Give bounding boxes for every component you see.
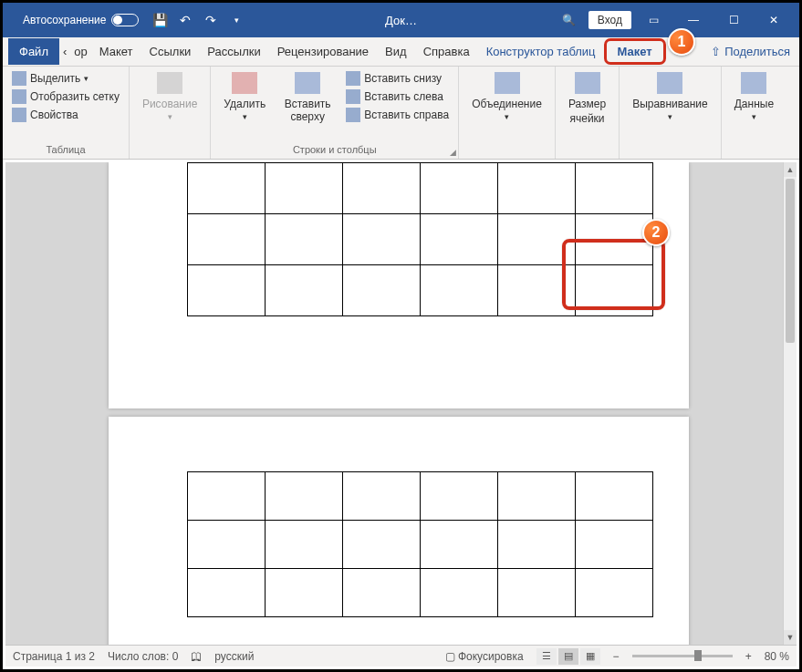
tab-layout-active[interactable]: Макет [604, 38, 666, 65]
maximize-icon[interactable]: ☐ [715, 7, 752, 33]
tab-nav-prev[interactable]: ‹ [59, 39, 70, 64]
read-mode-icon[interactable]: ☰ [536, 648, 557, 665]
dialog-launcher-icon[interactable]: ◢ [450, 148, 456, 157]
ribbon-options-icon[interactable]: ▭ [635, 7, 672, 33]
insert-below-button[interactable]: Вставить снизу [344, 70, 451, 87]
status-bar: Страница 1 из 2 Число слов: 0 🕮 русский … [5, 645, 797, 667]
group-merge: Объединение ▾ [459, 67, 556, 159]
select-button[interactable]: Выделить▾ [10, 70, 121, 87]
page-1[interactable] [109, 162, 689, 408]
insert-right-button[interactable]: Вставить справа [344, 107, 451, 123]
callout-1: 1 [668, 28, 695, 56]
share-button[interactable]: ⇧ Поделиться [702, 39, 799, 64]
data-icon [741, 72, 766, 94]
properties-label: Свойства [30, 109, 78, 121]
delete-label: Удалить [224, 98, 266, 110]
autosave-label: Автосохранение [23, 14, 106, 26]
callout-2: 2 [642, 219, 670, 246]
data-button[interactable]: Данные ▾ [729, 70, 779, 123]
group-draw-label [137, 142, 203, 157]
ribbon: Выделить▾ Отобразить сетку Свойства Табл… [3, 67, 799, 160]
cell-size-label2: ячейки [569, 112, 604, 125]
web-layout-icon[interactable]: ▦ [580, 648, 600, 665]
tab-mailings[interactable]: Рассылки [199, 39, 268, 64]
tab-truncated[interactable]: ор [70, 39, 90, 64]
redo-icon[interactable]: ↷ [203, 12, 219, 28]
zoom-out-button[interactable]: − [613, 650, 620, 663]
group-draw: Рисование ▾ [130, 67, 211, 159]
scroll-thumb[interactable] [786, 179, 795, 343]
undo-icon[interactable]: ↶ [177, 12, 193, 28]
page-indicator[interactable]: Страница 1 из 2 [13, 650, 95, 663]
tab-file[interactable]: Файл [8, 38, 59, 65]
grid-icon [12, 89, 26, 104]
share-label: Поделиться [724, 45, 790, 58]
select-label: Выделить [30, 72, 80, 85]
word-count[interactable]: Число слов: 0 [108, 650, 178, 663]
insert-left-icon [346, 89, 360, 104]
document-title: Док… [385, 14, 417, 27]
insert-above-icon [295, 72, 320, 94]
cell-size-icon [575, 72, 600, 94]
toggle-switch-icon[interactable] [111, 14, 139, 26]
group-rows-cols-label: Строки и столбцы [218, 142, 451, 157]
page-2[interactable] [109, 417, 689, 645]
delete-button[interactable]: Удалить ▾ [218, 70, 271, 123]
zoom-level[interactable]: 80 % [765, 650, 789, 663]
language-indicator[interactable]: русский [214, 650, 254, 663]
tab-view[interactable]: Вид [377, 39, 415, 64]
draw-button: Рисование ▾ [137, 70, 203, 123]
insert-above-label: Вставить сверху [282, 98, 333, 123]
close-icon[interactable]: ✕ [755, 7, 792, 33]
properties-button[interactable]: Свойства [10, 107, 121, 123]
merge-icon [495, 72, 520, 94]
vertical-scrollbar[interactable]: ▲ ▼ [783, 162, 797, 645]
selected-cell-highlight [562, 239, 665, 310]
group-table-label: Таблица [10, 142, 121, 157]
focus-label: Фокусировка [458, 650, 524, 663]
group-table: Выделить▾ Отобразить сетку Свойства Табл… [3, 67, 130, 159]
merge-button[interactable]: Объединение ▾ [466, 70, 547, 123]
qat-dropdown-icon[interactable]: ▾ [228, 12, 245, 28]
draw-label: Рисование [142, 98, 197, 110]
spellcheck-icon[interactable]: 🕮 [191, 650, 202, 663]
group-alignment: Выравнивание ▾ [620, 67, 722, 159]
save-icon[interactable]: 💾 [151, 12, 168, 28]
group-cell-size-label [563, 142, 611, 157]
search-icon[interactable]: 🔍 [554, 14, 585, 26]
insert-above-button[interactable]: Вставить сверху [276, 70, 339, 125]
show-grid-button[interactable]: Отобразить сетку [10, 88, 121, 105]
focus-mode[interactable]: ▢ Фокусировка [445, 650, 524, 663]
insert-right-label: Вставить справа [364, 109, 449, 121]
alignment-icon [657, 72, 682, 94]
zoom-in-button[interactable]: + [745, 650, 752, 663]
tab-links[interactable]: Ссылки [141, 39, 200, 64]
group-data: Данные ▾ [722, 67, 786, 159]
tab-table-design[interactable]: Конструктор таблиц [478, 39, 604, 64]
insert-left-label: Вставить слева [364, 90, 443, 103]
zoom-slider[interactable] [632, 655, 733, 657]
alignment-button[interactable]: Выравнивание ▾ [627, 70, 713, 123]
login-button[interactable]: Вход [588, 11, 631, 29]
quick-access-toolbar: 💾 ↶ ↷ ▾ [151, 12, 245, 28]
insert-below-label: Вставить снизу [364, 72, 442, 85]
cursor-icon [12, 71, 26, 86]
print-layout-icon[interactable]: ▤ [558, 648, 578, 665]
properties-icon [12, 108, 26, 122]
insert-below-icon [346, 71, 360, 86]
table-2[interactable] [187, 471, 653, 617]
group-rows-cols: Удалить ▾ Вставить сверху Вставить снизу… [211, 67, 459, 159]
tab-review[interactable]: Рецензирование [269, 39, 377, 64]
tab-help[interactable]: Справка [415, 39, 478, 64]
group-merge-label [466, 142, 547, 157]
cell-size-button[interactable]: Размер ячейки [563, 70, 611, 127]
insert-right-icon [346, 108, 360, 122]
scroll-up-icon[interactable]: ▲ [784, 162, 797, 177]
insert-left-button[interactable]: Вставить слева [344, 88, 451, 105]
alignment-label: Выравнивание [632, 98, 708, 110]
scroll-down-icon[interactable]: ▼ [784, 630, 797, 645]
view-buttons: ☰ ▤ ▦ [536, 648, 600, 665]
autosave-toggle[interactable]: Автосохранение [3, 14, 139, 26]
cell-size-label1: Размер [568, 98, 606, 110]
tab-maket[interactable]: Макет [91, 39, 141, 64]
